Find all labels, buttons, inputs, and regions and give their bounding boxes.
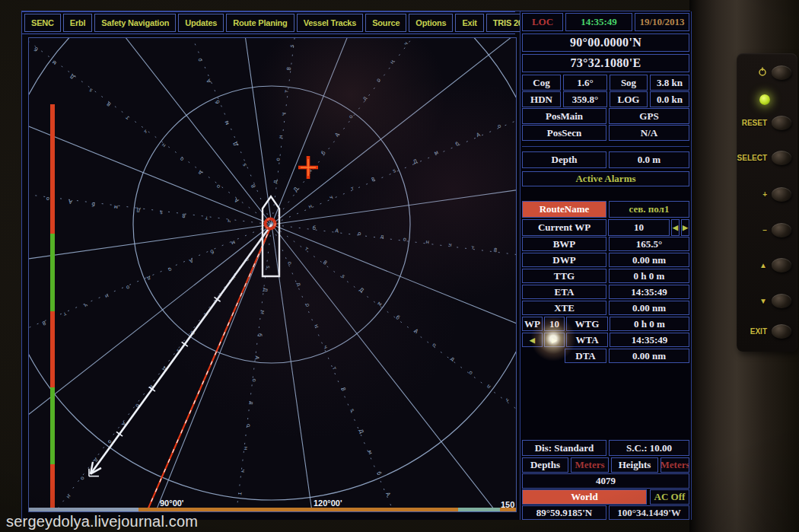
chart-glyph: о [215, 183, 221, 190]
minus-button[interactable] [772, 223, 791, 237]
hdn-label: HDN [522, 91, 561, 107]
meridian-label: 150 [501, 500, 514, 509]
chart-glyph: т [471, 244, 475, 250]
chart-glyph: Д [358, 428, 365, 435]
wp-next-button[interactable]: ▶ [681, 219, 689, 236]
position-mode-badge[interactable]: LOC [522, 13, 563, 31]
chart-glyph: s [289, 44, 295, 48]
route-name-value: сев. пол1 [609, 201, 689, 218]
chart-glyph: о [403, 236, 406, 242]
plus-button[interactable] [772, 187, 791, 202]
chart-glyph: т [283, 90, 289, 94]
heights-unit[interactable]: Meters [661, 457, 689, 473]
menu-item-safety-navigation[interactable]: Safety Navigation [94, 14, 176, 32]
wp-list-prev-button[interactable]: ◀ [522, 333, 543, 347]
chart-glyph: A [335, 228, 339, 234]
chart-glyph: б [375, 470, 382, 476]
depths-label: Depths [522, 457, 568, 473]
heading-line [91, 225, 272, 474]
up-button-label: ▲ [737, 261, 772, 269]
panel-divider [522, 146, 689, 147]
dwp-label: DWP [522, 253, 606, 267]
ttg-value: 0 h 0 m [609, 269, 689, 283]
chart-glyph: т [237, 492, 243, 495]
down-button[interactable] [772, 294, 791, 308]
chart-display[interactable]: дончт8sДмбAодончнчт8sДмбAобAодончт8т8sДм… [28, 37, 517, 512]
dashed-meridian-line [273, 38, 339, 214]
menu-item-vessel-tracks[interactable]: Vessel Tracks [297, 14, 364, 32]
active-alarms-button[interactable]: Active Alarms [522, 171, 689, 186]
cursor-latitude: 89°59.9185'N [522, 505, 606, 520]
chart-glyph: ч [448, 242, 452, 248]
distance-scale-bar [50, 464, 55, 510]
dashed-meridian-line [282, 38, 516, 221]
menu-item-source[interactable]: Source [365, 14, 406, 32]
chart-glyph: о [251, 378, 257, 382]
chart-glyph: б [209, 248, 215, 255]
chart-glyph: д [248, 401, 255, 406]
chart-glyph: н [243, 446, 249, 451]
bottom-scale-bar [138, 508, 458, 511]
chart-glyph: 8 [286, 67, 292, 71]
plus-button-label: + [737, 190, 772, 199]
wta-label: WTA [566, 333, 608, 347]
menu-item-updates[interactable]: Updates [178, 14, 224, 32]
chart-glyph: s [159, 209, 163, 215]
up-button[interactable] [772, 258, 791, 272]
chart-glyph: о [304, 302, 311, 307]
wta-value: 14:35:49 [610, 333, 689, 347]
cursor-longitude: 100°34.1449'W [609, 505, 689, 520]
scale-value[interactable]: S.C.: 10.00 [609, 440, 689, 456]
chart-glyph: A [68, 198, 73, 205]
select-button[interactable] [772, 151, 791, 165]
power-button[interactable] [772, 65, 791, 80]
chart-glyph: н [307, 203, 313, 210]
posmain-label: PosMain [522, 108, 606, 124]
heights-label: Heights [611, 457, 658, 473]
menu-item-options[interactable]: Options [409, 14, 453, 32]
exit-button[interactable] [772, 324, 791, 339]
chart-glyph: s [265, 266, 271, 269]
sog-value: 3.8 kn [650, 75, 689, 91]
display-mode[interactable]: Dis: Standard [522, 440, 606, 456]
monitor-photo: RESET SELECT + − ▲ ▼ EXIT SENC Erbl Safe… [0, 0, 799, 532]
reset-button[interactable] [772, 116, 791, 130]
chart-glyph: A [412, 328, 419, 335]
chart-glyph: ч [281, 112, 287, 116]
chart-glyph: Д [262, 287, 269, 292]
chart-glyph: о [46, 196, 49, 202]
dta-label: DTA [565, 349, 606, 363]
ac-toggle[interactable]: AC Off [650, 489, 689, 505]
wp-list-next-button[interactable]: ▶ [544, 333, 565, 347]
chart-glyph: д [295, 282, 302, 288]
possecn-label: PosSecn [522, 125, 606, 141]
chart-glyph: Д [135, 206, 141, 213]
route-name-button[interactable]: RouteName [522, 201, 606, 218]
chart-number: 4079 [522, 473, 689, 489]
chart-glyph: т [124, 114, 130, 121]
depths-unit[interactable]: Meters [571, 457, 609, 473]
current-wp-value: 10 [608, 219, 670, 236]
wp-number: 10 [544, 317, 565, 331]
menu-bar: SENC Erbl Safety Navigation Updates Rout… [22, 11, 515, 34]
bottom-scale-bar [458, 508, 500, 511]
chart-glyph: б [312, 225, 316, 231]
menu-item-exit[interactable]: Exit [455, 14, 483, 32]
latitude-ring [29, 38, 516, 500]
chart-glyph: б [395, 314, 401, 321]
chart-glyph: т [304, 246, 310, 253]
chart-glyph: м [259, 310, 266, 314]
monitor-control-panel: RESET SELECT + − ▲ ▼ EXIT [737, 53, 797, 352]
wp-prev-button[interactable]: ◀ [671, 219, 680, 236]
menu-item-erbl[interactable]: Erbl [63, 14, 93, 32]
wtg-value: 0 h 0 m [610, 317, 689, 331]
chart-glyph: т [350, 185, 355, 192]
distance-scale-bar [50, 234, 55, 311]
menu-item-route-planing[interactable]: Route Planing [226, 14, 294, 32]
bottom-scale-bar [29, 508, 138, 511]
dataset-button[interactable]: World [522, 489, 647, 505]
ecdis-screen: SENC Erbl Safety Navigation Updates Rout… [21, 11, 690, 520]
menu-item-senc[interactable]: SENC [24, 14, 61, 32]
eta-label: ETA [522, 285, 606, 299]
meridian-label: 90°00' [160, 499, 184, 508]
